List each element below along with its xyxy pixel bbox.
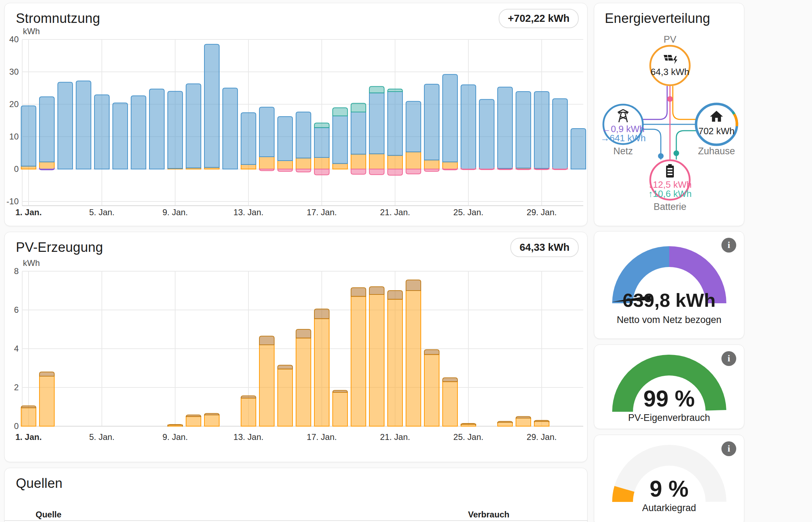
bar-netzbezug-day30[interactable]	[553, 99, 567, 169]
bar-pv-spitze-day15[interactable]	[278, 365, 293, 369]
bar-netzbezug-day20[interactable]	[369, 93, 384, 154]
bar-pv-produktion-day28[interactable]	[516, 418, 531, 426]
bar-netzbezug-day26[interactable]	[479, 99, 494, 169]
bar-netzbezug-day17[interactable]	[314, 128, 329, 157]
bar-netzbezug-day2[interactable]	[39, 97, 54, 162]
bar-batterie-laden-day23[interactable]	[424, 169, 439, 171]
bar-solar-day21[interactable]	[388, 155, 402, 169]
bar-pv-spitze-day24[interactable]	[443, 378, 457, 382]
bar-batterie-laden-day20[interactable]	[369, 169, 384, 175]
bar-pv-spitze-day13[interactable]	[241, 396, 256, 398]
bar-netzbezug-day16[interactable]	[296, 112, 311, 158]
bar-solar-day20[interactable]	[369, 154, 384, 169]
bar-solar-day14[interactable]	[259, 157, 274, 169]
bar-netzbezug-day27[interactable]	[498, 87, 512, 168]
bar-pv-produktion-day13[interactable]	[241, 398, 256, 426]
bar-pv-produktion-day14[interactable]	[259, 345, 274, 426]
bar-solar-day1[interactable]	[21, 166, 36, 169]
bar-netzbezug-day29[interactable]	[534, 92, 549, 168]
bar-pv-produktion-day23[interactable]	[424, 355, 439, 427]
bar-netzbezug-day6[interactable]	[113, 103, 128, 169]
bar-batterie-entladen-day20[interactable]	[369, 86, 384, 93]
bar-pv-produktion-day24[interactable]	[443, 382, 457, 427]
bar-pv-spitze-day16[interactable]	[296, 329, 311, 338]
bar-pv-spitze-day28[interactable]	[516, 417, 531, 419]
bar-netzbezug-day4[interactable]	[76, 81, 91, 169]
bar-solar-day18[interactable]	[333, 163, 347, 169]
bar-netzbezug-day10[interactable]	[186, 84, 201, 168]
bar-netzbezug-day18[interactable]	[333, 116, 347, 163]
bar-netzbezug-day23[interactable]	[424, 84, 439, 160]
bar-batterie-entladen-day18[interactable]	[333, 108, 347, 116]
bar-pv-produktion-day17[interactable]	[314, 319, 329, 426]
home-node-circle[interactable]	[696, 104, 737, 145]
bar-pv-produktion-day18[interactable]	[333, 392, 347, 426]
bar-netzbezug-day1[interactable]	[21, 106, 36, 166]
y-tick-label: 20	[9, 99, 19, 109]
bar-netzbezug-day8[interactable]	[149, 89, 164, 169]
bar-netzbezug-day14[interactable]	[259, 107, 274, 157]
bar-pv-spitze-day10[interactable]	[186, 415, 201, 417]
bar-batterie-laden-day14[interactable]	[259, 169, 274, 171]
bar-netzbezug-day11[interactable]	[204, 44, 219, 168]
x-tick-label: 29. Jan.	[527, 207, 556, 217]
bar-pv-produktion-day11[interactable]	[204, 415, 219, 426]
bar-pv-produktion-day29[interactable]	[534, 421, 549, 426]
bar-pv-produktion-day22[interactable]	[406, 291, 421, 426]
bar-netzbezug-day5[interactable]	[94, 95, 109, 169]
bar-batterie-laden-day17[interactable]	[314, 169, 329, 175]
bar-pv-produktion-day1[interactable]	[21, 408, 36, 426]
pv-node-circle[interactable]	[650, 46, 690, 85]
bar-batterie-laden-day16[interactable]	[296, 169, 311, 172]
bar-pv-spitze-day2[interactable]	[39, 372, 54, 376]
bar-batterie-entladen-day17[interactable]	[314, 123, 329, 128]
bar-solar-day2[interactable]	[39, 162, 54, 169]
bar-batterie-entladen-day21[interactable]	[388, 89, 402, 92]
bar-batterie-laden-day22[interactable]	[406, 169, 421, 174]
bar-netzbezug-day22[interactable]	[406, 101, 421, 152]
bar-solar-day19[interactable]	[351, 154, 366, 169]
pv-node-label: PV	[664, 34, 676, 45]
bar-pv-produktion-day15[interactable]	[278, 369, 293, 426]
bar-netzbezug-day12[interactable]	[223, 88, 238, 169]
bar-pv-spitze-day19[interactable]	[351, 288, 366, 297]
bar-solar-day13[interactable]	[241, 164, 256, 169]
bar-pv-produktion-day10[interactable]	[186, 417, 201, 427]
bar-pv-produktion-day21[interactable]	[388, 299, 402, 426]
bar-pv-spitze-day22[interactable]	[406, 280, 421, 291]
bar-pv-produktion-day20[interactable]	[369, 294, 384, 426]
bar-pv-spitze-day20[interactable]	[369, 287, 384, 294]
bar-netzbezug-day24[interactable]	[443, 74, 457, 162]
bar-netzbezug-day3[interactable]	[58, 82, 73, 169]
bar-netzbezug-day15[interactable]	[278, 117, 293, 161]
bar-pv-spitze-day23[interactable]	[424, 350, 439, 355]
bar-pv-produktion-day19[interactable]	[351, 297, 366, 427]
bar-solar-day24[interactable]	[443, 162, 457, 169]
bar-batterie-laden-day19[interactable]	[351, 169, 366, 174]
bar-solar-day16[interactable]	[296, 158, 311, 169]
bar-pv-produktion-day27[interactable]	[498, 422, 512, 426]
bar-batterie-laden-day15[interactable]	[278, 169, 293, 171]
bar-netzbezug-day28[interactable]	[516, 92, 531, 168]
bar-netzbezug-day31[interactable]	[571, 129, 586, 169]
bar-netzbezug-day13[interactable]	[241, 113, 256, 164]
bar-pv-spitze-day1[interactable]	[21, 406, 36, 408]
bar-netzbezug-day9[interactable]	[168, 91, 183, 168]
bar-batterie-entladen-day19[interactable]	[351, 103, 366, 112]
bar-pv-spitze-day21[interactable]	[388, 291, 402, 299]
bar-netzbezug-day19[interactable]	[351, 112, 366, 154]
bar-batterie-laden-day21[interactable]	[388, 169, 402, 175]
bar-netzbezug-day7[interactable]	[131, 96, 146, 169]
bar-pv-spitze-day14[interactable]	[259, 336, 274, 345]
bar-solar-day23[interactable]	[424, 160, 439, 169]
bar-netzbezug-day25[interactable]	[461, 85, 476, 169]
bar-pv-spitze-day17[interactable]	[314, 309, 329, 319]
bar-solar-day17[interactable]	[314, 157, 329, 169]
bar-solar-day22[interactable]	[406, 152, 421, 169]
bar-pv-spitze-day11[interactable]	[204, 414, 219, 416]
bar-solar-day15[interactable]	[278, 161, 293, 169]
bar-netzbezug-day21[interactable]	[388, 92, 402, 155]
bar-pv-spitze-day18[interactable]	[333, 390, 347, 392]
bar-pv-produktion-day2[interactable]	[39, 376, 54, 426]
bar-pv-produktion-day16[interactable]	[296, 338, 311, 426]
